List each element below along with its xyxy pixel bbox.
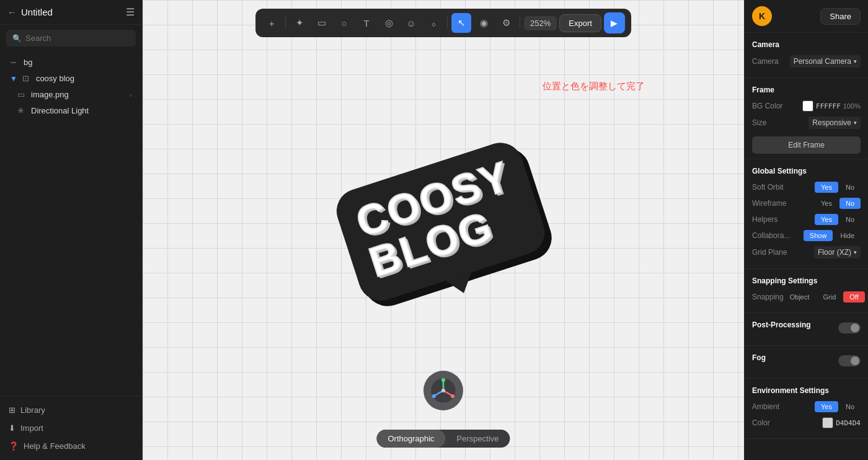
camera-label: Camera	[752, 57, 779, 66]
bg-color-row: BG Color FFFFFF 100%	[752, 100, 861, 112]
search-input[interactable]	[25, 33, 130, 43]
collabora-row: Collabora... Show Hide	[752, 230, 861, 241]
library-button[interactable]: ⊞ Library	[0, 401, 142, 419]
layer-item-image-png[interactable]: ▭ image.png ›	[2, 87, 140, 102]
orientation-axes	[430, 377, 457, 404]
ambient-label: Ambient	[752, 402, 779, 411]
helpers-yes[interactable]: Yes	[815, 214, 838, 225]
size-chevron-icon: ▾	[854, 120, 857, 126]
help-icon: ❓	[9, 441, 19, 451]
soft-orbit-row: Soft Orbit Yes No	[752, 182, 861, 193]
tag-button[interactable]: ⬦	[423, 13, 443, 33]
wireframe-yes[interactable]: Yes	[815, 198, 838, 209]
grid-plane-row: Grid Plane Floor (XZ) ▾	[752, 246, 861, 259]
share-button[interactable]: Share	[820, 8, 861, 25]
env-color-row: Color D4D4D4	[752, 417, 861, 428]
helpers-no[interactable]: No	[839, 214, 861, 225]
post-processing-toggle[interactable]	[838, 322, 861, 334]
layer-item-coosy-blog[interactable]: ▼ ⊡ coosy blog	[2, 71, 140, 86]
orthographic-button[interactable]: Orthographic	[376, 430, 445, 448]
environment-title: Environment Settings	[752, 386, 861, 395]
cursor-button[interactable]: ↖	[451, 13, 471, 33]
export-button[interactable]: Export	[559, 14, 601, 32]
sidebar-menu-button[interactable]: ☰	[126, 6, 135, 18]
bg-color-hex: FFFFFF	[816, 102, 841, 110]
sidebar-title-area: ← Untitled	[7, 7, 53, 17]
layer-item-directional-light[interactable]: ✳ Directional Light	[2, 103, 140, 118]
ambient-no[interactable]: No	[839, 401, 861, 412]
snapping-off[interactable]: Off	[843, 291, 864, 303]
global-settings-title: Global Settings	[752, 167, 861, 175]
toolbar-divider-1	[285, 17, 286, 29]
import-icon: ⬇	[9, 423, 16, 433]
help-button[interactable]: ❓ Help & Feedback	[0, 437, 142, 455]
right-panel-header: K Share	[745, 0, 868, 33]
snapping-object[interactable]: Object	[784, 291, 816, 303]
rect-button[interactable]: ▭	[312, 13, 332, 33]
layer-name-coosy-blog: coosy blog	[36, 74, 74, 83]
helpers-toggle: Yes No	[815, 214, 861, 225]
fog-section: Fog	[745, 346, 868, 379]
snapping-title: Snapping Settings	[752, 276, 861, 285]
text-button[interactable]: T	[356, 13, 376, 33]
shape-button[interactable]: ◎	[379, 13, 399, 33]
group-icon: ⊡	[22, 74, 32, 83]
snapping-label: Snapping	[752, 293, 784, 301]
circle-button[interactable]: ○	[334, 13, 354, 33]
camera-select[interactable]: Personal Camera ▾	[790, 55, 861, 68]
wireframe-row: Wireframe Yes No	[752, 198, 861, 209]
wireframe-label: Wireframe	[752, 199, 786, 208]
play-button[interactable]: ▶	[604, 12, 625, 33]
sidebar-header: ← Untitled ☰	[0, 0, 142, 25]
svg-point-13	[441, 378, 445, 382]
edit-frame-button[interactable]: Edit Frame	[752, 136, 861, 154]
grid-plane-chevron-icon: ▾	[854, 249, 857, 255]
search-box[interactable]: 🔍	[6, 30, 136, 46]
fog-title: Fog	[752, 353, 766, 362]
play-icon: ▶	[611, 18, 618, 28]
grid-plane-select[interactable]: Floor (XZ) ▾	[814, 246, 861, 259]
transform-button[interactable]: ✦	[290, 13, 309, 33]
collabora-show[interactable]: Show	[804, 230, 833, 241]
collabora-label: Collabora...	[752, 231, 790, 240]
path-icon: ∽	[10, 58, 20, 67]
size-label: Size	[752, 118, 766, 127]
wireframe-no[interactable]: No	[839, 198, 861, 209]
snapping-toggle: Object Grid Off	[784, 291, 865, 303]
import-button[interactable]: ⬇ Import	[0, 419, 142, 437]
import-label: Import	[20, 423, 43, 433]
settings-button[interactable]: ⚙	[496, 13, 516, 33]
perspective-button[interactable]: Perspective	[446, 430, 510, 448]
ambient-yes[interactable]: Yes	[815, 401, 838, 412]
orientation-circle	[423, 371, 463, 410]
camera-title: Camera	[752, 40, 861, 49]
snapping-grid[interactable]: Grid	[817, 291, 843, 303]
size-select[interactable]: Responsive ▾	[808, 117, 861, 129]
ambient-row: Ambient Yes No	[752, 401, 861, 412]
bg-color-swatch[interactable]	[802, 100, 813, 112]
chevron-right-icon: ›	[130, 91, 132, 99]
search-icon: 🔍	[12, 34, 22, 43]
collabora-hide[interactable]: Hide	[834, 230, 861, 241]
layer-item-bg[interactable]: ∽ bg	[2, 55, 140, 70]
post-processing-title: Post-Processing	[752, 321, 811, 329]
orientation-widget[interactable]	[423, 371, 463, 410]
fog-row: Fog	[752, 353, 861, 368]
emoji-button[interactable]: ☺	[401, 13, 421, 33]
help-label: Help & Feedback	[24, 441, 86, 451]
soft-orbit-yes[interactable]: Yes	[815, 182, 838, 193]
sidebar-footer: ⊞ Library ⬇ Import ❓ Help & Feedback	[0, 396, 142, 460]
user-avatar[interactable]: K	[752, 6, 772, 26]
main-canvas[interactable]: + ✦ ▭ ○ T ◎ ☺ ⬦ ↖ ◉ ⚙ 252% Export ▶ 位置と色…	[143, 0, 744, 460]
fog-toggle[interactable]	[838, 355, 861, 366]
snapping-section: Snapping Settings Snapping Object Grid O…	[745, 269, 868, 313]
bg-color-controls: FFFFFF 100%	[802, 100, 861, 112]
post-processing-section: Post-Processing	[745, 313, 868, 346]
chat-button[interactable]: ◉	[474, 13, 494, 33]
env-color-swatch[interactable]	[822, 417, 833, 428]
svg-point-17	[432, 394, 436, 398]
back-button[interactable]: ←	[7, 7, 16, 17]
soft-orbit-no[interactable]: No	[839, 182, 861, 193]
zoom-display[interactable]: 252%	[524, 16, 557, 30]
add-button[interactable]: +	[262, 13, 281, 33]
